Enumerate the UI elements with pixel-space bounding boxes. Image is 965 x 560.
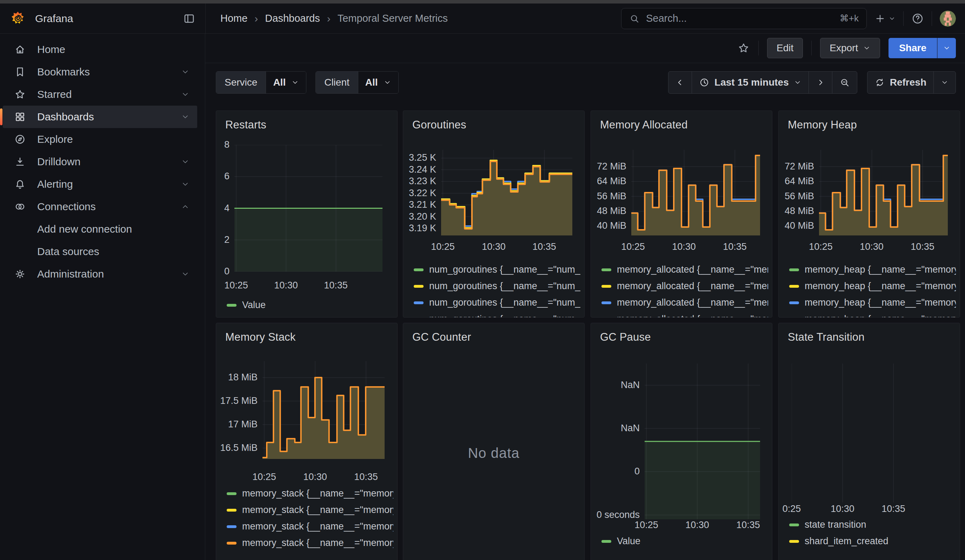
sidebar-item-alerting[interactable]: Alerting xyxy=(3,173,197,196)
star-icon xyxy=(737,42,750,54)
sidebar-item-data-sources[interactable]: Data sources xyxy=(3,240,197,263)
legend-label: memory_heap {__name__="memory_h xyxy=(805,281,956,292)
sidebar-item-bookmarks[interactable]: Bookmarks xyxy=(3,61,197,83)
sidebar-item-label: Data sources xyxy=(37,246,197,258)
divider xyxy=(758,41,759,56)
panel-title[interactable]: GC Counter xyxy=(412,331,471,343)
sidebar-toggle-icon[interactable] xyxy=(183,12,195,25)
sidebar-item-drilldown[interactable]: Drilldown xyxy=(3,150,197,173)
legend-item[interactable]: memory_heap {__name__="memory_h xyxy=(789,297,956,308)
x-axis-tick: 10:35 xyxy=(710,242,759,252)
share-menu-button[interactable] xyxy=(937,38,956,58)
legend-item[interactable]: memory_stack {__name__="memory_s xyxy=(227,504,393,516)
breadcrumb-dashboards[interactable]: Dashboards xyxy=(265,13,320,24)
sidebar-item-add-new-connection[interactable]: Add new connection xyxy=(3,218,197,240)
client-select[interactable]: All xyxy=(358,72,398,93)
y-axis-tick: 17 MiB xyxy=(216,419,258,430)
refresh-interval-button[interactable] xyxy=(934,72,955,93)
chevron-down-icon xyxy=(863,44,870,52)
x-axis-tick: 10:30 xyxy=(818,503,867,514)
legend-item[interactable]: Value xyxy=(602,536,640,547)
legend-item[interactable]: memory_allocated {__name__="memo xyxy=(602,297,768,308)
legend-item[interactable]: memory_heap {__name__="memory_h xyxy=(789,264,956,275)
legend-item[interactable]: memory_allocated {__name__="memo xyxy=(602,314,768,318)
time-shift-forward-button[interactable] xyxy=(808,72,832,93)
legend-item[interactable]: memory_heap {__name__="memory_h xyxy=(789,314,956,318)
sidebar-item-label: Home xyxy=(37,44,197,56)
legend-item[interactable]: memory_allocated {__name__="memo xyxy=(602,281,768,292)
legend-item[interactable]: num_goroutines {__name__="num_go xyxy=(414,297,581,308)
sidebar-item-starred[interactable]: Starred xyxy=(3,83,197,106)
panel-title[interactable]: Memory Stack xyxy=(225,331,296,343)
breadcrumb-home[interactable]: Home xyxy=(220,13,247,24)
edit-button[interactable]: Edit xyxy=(767,38,803,58)
sidebar-item-label: Alerting xyxy=(37,178,181,190)
legend-label: memory_allocated {__name__="memo xyxy=(617,281,768,292)
divider xyxy=(903,11,904,26)
export-label: Export xyxy=(829,42,858,54)
chevron-up-icon xyxy=(181,202,190,211)
y-axis-tick: 3.22 K xyxy=(403,188,436,199)
x-axis-tick: 10:25 xyxy=(796,242,846,252)
share-button[interactable]: Share xyxy=(888,38,937,58)
legend-label: shard_item_created xyxy=(805,536,888,547)
share-split-button: Share xyxy=(888,38,956,58)
time-range-picker[interactable]: Last 15 minutes xyxy=(692,72,808,93)
legend-item[interactable]: memory_heap {__name__="memory_h xyxy=(789,281,956,292)
breadcrumb-separator: › xyxy=(254,13,258,24)
sidebar-item-dashboards[interactable]: Dashboards xyxy=(3,106,197,128)
zoom-out-icon xyxy=(839,77,850,88)
search-box[interactable]: ⌘+k xyxy=(621,8,867,29)
y-axis-tick: 40 MiB xyxy=(779,220,814,232)
legend-item[interactable]: num_goroutines {__name__="num_go xyxy=(414,281,581,292)
legend-item[interactable]: shard_item_created xyxy=(789,536,888,547)
time-picker-group: Last 15 minutes xyxy=(668,71,857,94)
legend-item[interactable]: Value xyxy=(227,300,266,310)
sidebar-item-administration[interactable]: Administration xyxy=(3,263,197,285)
window-top-strip xyxy=(0,0,965,3)
panel-title[interactable]: Memory Allocated xyxy=(600,119,688,131)
panel-title[interactable]: Memory Heap xyxy=(788,119,857,131)
panel-title[interactable]: GC Pause xyxy=(600,331,651,343)
legend-swatch xyxy=(414,285,424,288)
sidebar-item-connections[interactable]: Connections xyxy=(3,196,197,218)
add-button[interactable] xyxy=(875,13,896,24)
legend-item[interactable]: num_goroutines {__name__="num_go xyxy=(414,264,581,275)
client-label: Client xyxy=(316,72,358,93)
time-shift-back-button[interactable] xyxy=(669,72,692,93)
legend-item[interactable]: memory_allocated {__name__="memo xyxy=(602,264,768,275)
breadcrumb-current: Temporal Server Metrics xyxy=(338,13,448,24)
dashboard-toolbar: Edit Export Share xyxy=(205,33,965,63)
chart-canvas xyxy=(234,145,383,272)
refresh-group: Refresh xyxy=(867,71,956,94)
y-axis-tick: 56 MiB xyxy=(779,191,814,202)
sidebar-item-explore[interactable]: Explore xyxy=(3,128,197,150)
star-icon xyxy=(3,88,37,100)
y-axis-tick: 18 MiB xyxy=(216,372,258,383)
panel-title[interactable]: State Transition xyxy=(788,331,865,343)
refresh-button[interactable]: Refresh xyxy=(867,72,934,93)
avatar[interactable] xyxy=(940,11,956,27)
time-zoom-out-button[interactable] xyxy=(832,72,857,93)
help-button[interactable] xyxy=(911,12,924,25)
search-input[interactable] xyxy=(645,12,834,24)
chevron-down-icon xyxy=(888,15,896,22)
panel-memory_heap: Memory Heap72 MiB64 MiB56 MiB48 MiB40 Mi… xyxy=(778,111,960,318)
legend-item[interactable]: memory_stack {__name__="memory_s xyxy=(227,537,393,549)
chevron-down-icon xyxy=(181,158,190,166)
y-axis-tick: 3.19 K xyxy=(403,223,436,234)
y-axis-tick: 3.23 K xyxy=(403,176,436,187)
legend-item[interactable]: memory_stack {__name__="memory_s xyxy=(227,521,393,532)
legend-item[interactable]: memory_stack {__name__="memory_s xyxy=(227,488,393,499)
x-axis-tick: 0:25 xyxy=(778,503,816,514)
favorite-star-icon[interactable] xyxy=(737,42,750,54)
legend-item[interactable]: num_goroutines {__name__="num_go xyxy=(414,314,581,318)
legend-item[interactable]: state transition xyxy=(789,519,867,530)
y-axis-tick: 2 xyxy=(216,234,229,246)
sidebar-item-home[interactable]: Home xyxy=(3,38,197,61)
sidebar-item-label: Bookmarks xyxy=(37,66,181,78)
service-select[interactable]: All xyxy=(266,72,306,93)
export-button[interactable]: Export xyxy=(820,38,880,58)
panel-title[interactable]: Goroutines xyxy=(412,119,466,131)
panel-title[interactable]: Restarts xyxy=(225,119,267,131)
